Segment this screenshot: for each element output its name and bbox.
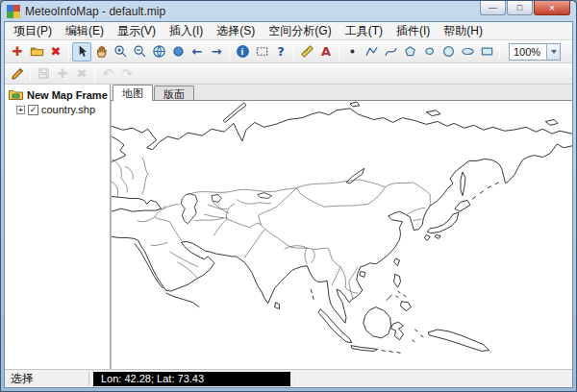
new-ellipse-icon[interactable] [458,42,477,61]
window-controls: — □ × [479,1,570,15]
menu-project[interactable]: 项目(P) [7,22,59,40]
menu-plugin[interactable]: 插件(I) [389,22,437,40]
main-toolbar-icons: ✚✖←→i?A [8,42,503,61]
redo-edit-icon: ↷ [117,64,137,84]
full-extent-icon[interactable] [149,42,168,61]
maximize-button[interactable]: □ [507,1,533,15]
edit-toolbar: ✚✖↶↷ [5,63,572,85]
islands [223,102,558,353]
zoom-next-icon[interactable]: → [207,42,226,61]
toolbar-separator [293,44,294,60]
zoom-combo[interactable]: 100% [509,43,561,61]
client-area: 项目(P)编辑(E)显示(V)插入(I)选择(S)空间分析(G)工具(T)插件(… [4,21,573,388]
open-project-icon[interactable] [27,42,46,61]
expand-icon[interactable]: + [16,106,25,114]
zoom-previous-icon[interactable]: ← [188,42,207,61]
select-tool-icon[interactable] [72,42,91,61]
main-area: New Map Frame + ✓ country.shp 地图 版面 [5,85,572,369]
edit-toolbar-icons: ✚✖↶↷ [8,64,137,84]
title-bar[interactable]: MeteoInfoMap - default.mip — □ × [1,1,576,21]
map-frame-icon [9,88,23,101]
map-frame-label: New Map Frame [27,89,108,101]
map-view: 地图 版面 [111,85,572,369]
toolbar-separator [339,44,339,60]
menu-geoprocess[interactable]: 空间分析(G) [262,22,338,40]
new-polyline-icon[interactable] [362,42,381,61]
zoom-in-icon[interactable] [111,42,130,61]
new-curve-polygon-icon[interactable] [419,42,439,61]
menu-view[interactable]: 显示(V) [111,22,163,40]
start-edit-icon[interactable] [8,64,27,84]
map-canvas[interactable] [111,101,572,369]
check-icon: ✓ [30,106,38,114]
tab-layout[interactable]: 版面 [154,86,194,100]
legend-panel: New Map Frame + ✓ country.shp [5,85,111,369]
close-button[interactable]: × [534,1,570,15]
status-bar: 选择 Lon: 42.28; Lat: 73.43 [5,369,572,387]
main-toolbar: ✚✖←→i?A 100% [5,40,572,63]
menu-select[interactable]: 选择(S) [210,22,262,40]
menu-bar: 项目(P)编辑(E)显示(V)插入(I)选择(S)空间分析(G)工具(T)插件(… [5,22,572,40]
toolbar-separator [94,66,95,82]
new-curve-icon[interactable] [381,42,400,61]
add-layer-icon[interactable]: ✚ [8,42,27,61]
undo-edit-icon: ↶ [98,64,117,84]
measure-icon[interactable] [297,42,316,61]
zoom-value: 100% [510,44,546,60]
toolbar-separator [499,44,500,60]
save-edits-icon [34,64,53,84]
legend-root-node[interactable]: New Map Frame [7,87,108,102]
tab-map[interactable]: 地图 [113,85,153,101]
identify-icon[interactable]: i [233,42,252,61]
minimize-button[interactable]: — [480,1,506,15]
coordinate-display: Lon: 42.28; Lat: 73.43 [93,372,290,386]
add-feature-icon: ✚ [53,64,72,84]
select-feature-icon[interactable] [252,42,271,61]
layer-checkbox[interactable]: ✓ [28,105,38,115]
country-borders [112,158,430,299]
app-icon [7,5,20,18]
remove-feature-icon: ✖ [72,64,91,84]
new-polygon-icon[interactable] [400,42,419,61]
new-point-icon[interactable] [342,42,362,61]
menu-tools[interactable]: 工具(T) [339,22,389,40]
zoom-layer-icon[interactable] [168,42,188,61]
toolbar-separator [229,44,230,60]
label-icon[interactable]: A [316,42,336,61]
coastlines [112,109,572,323]
combo-dropdown-icon[interactable] [546,44,560,60]
status-mode: 选择 [9,372,89,386]
window-title: MeteoInfoMap - default.mip [25,5,165,18]
pan-tool-icon[interactable] [91,42,111,61]
menu-help[interactable]: 帮助(H) [437,22,489,40]
menu-edit[interactable]: 编辑(E) [59,22,111,40]
new-rectangle-icon[interactable] [477,42,496,61]
legend-layer-node[interactable]: + ✓ country.shp [16,104,108,115]
new-circle-icon[interactable] [439,42,458,61]
status-filler [294,372,568,386]
menu-insert[interactable]: 插入(I) [163,22,210,40]
toolbar-separator [30,66,31,82]
app-window: MeteoInfoMap - default.mip — □ × 项目(P)编辑… [0,0,577,392]
layer-label: country.shp [41,104,95,115]
toolbar-separator [68,44,69,60]
view-tabs: 地图 版面 [111,85,572,101]
remove-layer-icon[interactable]: ✖ [46,42,65,61]
zoom-out-icon[interactable] [130,42,149,61]
whats-this-icon[interactable]: ? [271,42,290,61]
